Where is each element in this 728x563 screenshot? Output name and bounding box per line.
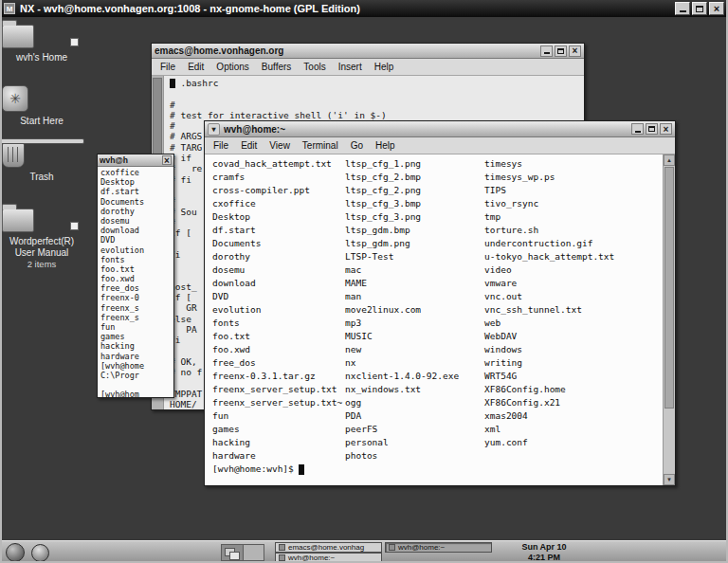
file-entry: writing (484, 356, 614, 370)
window-icon (279, 544, 285, 551)
mini-terminal-titlebar[interactable]: wvh@h × (98, 154, 173, 167)
terminal-close-button[interactable]: × (660, 123, 672, 135)
mini-terminal-text[interactable]: cxofficeDesktopdf.startDocumentsdorothyd… (98, 167, 173, 397)
listing-column-1: covad_hack_attempt.txtcramfscross-compil… (212, 157, 342, 463)
mini-terminal-line: fun (100, 322, 173, 332)
terminal-menu-item[interactable]: Help (375, 140, 395, 151)
file-entry: u-tokyo_hack_attempt.txt (484, 250, 614, 263)
workspace-2[interactable] (244, 545, 264, 560)
file-entry: WebDAV (484, 330, 614, 343)
emacs-menu-item[interactable]: Insert (338, 62, 362, 72)
nx-logo-icon: M (4, 3, 15, 14)
file-entry: nx (345, 356, 459, 370)
terminal-scrollbar[interactable]: ▲ ▼ (663, 154, 675, 485)
trash-icon (2, 142, 25, 168)
file-entry: Desktop (212, 210, 342, 224)
taskbar-button-terminal[interactable]: wvh@home:~ (385, 542, 492, 553)
emacs-close-button[interactable]: × (569, 45, 581, 57)
mini-terminal-line: free_dos (100, 283, 173, 293)
terminal-output[interactable]: covad_hack_attempt.txtcramfscross-compil… (205, 154, 663, 485)
emacs-menubar: FileEditOptionsBuffersToolsInsertHelp (152, 59, 584, 76)
workspace-switcher[interactable] (221, 544, 264, 561)
desktop-icon-label: Trash (2, 172, 82, 183)
nx-close-button[interactable]: × (709, 2, 724, 15)
mini-terminal-line: freenx_s (100, 313, 173, 322)
terminal-minimize-button[interactable] (631, 123, 644, 135)
file-entry: cross-compiler.ppt (212, 184, 342, 197)
nx-minimize-button[interactable] (675, 2, 690, 15)
emacs-menu-item[interactable]: Edit (188, 62, 204, 72)
emacs-menu-item[interactable]: Tools (303, 62, 325, 72)
lock-keys-icon[interactable] (6, 543, 25, 562)
mini-terminal-line: [wvh@hom (100, 390, 173, 397)
desktop-icon-start-here[interactable]: ✳ Start Here (2, 85, 82, 127)
emacs-maximize-button[interactable] (555, 45, 567, 57)
window-icon (389, 544, 395, 551)
maximize-icon (696, 6, 703, 12)
terminal-titlebar[interactable]: ▾ wvh@home:~ × (205, 121, 675, 137)
emacs-titlebar[interactable]: emacs@home.vonhagen.org × (152, 44, 584, 59)
scrollbar-thumb[interactable] (664, 167, 674, 409)
file-entry: XF86Config.home (484, 383, 614, 396)
terminal-menu-item[interactable]: Terminal (302, 140, 338, 151)
emacs-buffer-line (170, 88, 584, 99)
emacs-menu-item[interactable]: Buffers (262, 62, 292, 72)
scroll-up-icon[interactable]: ▲ (664, 154, 675, 166)
desktop-icon-wordperfect-manual[interactable]: Wordperfect(R) User Manual 2 items (2, 209, 82, 270)
terminal-title: wvh@home:~ (224, 124, 628, 135)
terminal-cursor (299, 464, 304, 475)
workspace-1[interactable] (222, 545, 244, 560)
emacs-buffer-line: # (170, 100, 584, 110)
file-entry: ltsp_cfg_1.png (345, 157, 459, 171)
taskbar-button-mini-terminal[interactable]: wvh@home:~ (275, 553, 382, 563)
mini-terminal-line: freenx_s (100, 303, 173, 313)
mini-terminal-line: games (100, 332, 173, 341)
terminal-menu-item[interactable]: Go (351, 140, 363, 151)
mini-terminal-line: C:\Progr (100, 371, 173, 380)
file-entry: PDA (345, 409, 459, 423)
mini-terminal-line: dorothy (100, 207, 173, 216)
taskbar-button-label: emacs@home.vonhag (288, 543, 364, 552)
emacs-cursor (170, 79, 175, 88)
window-menu-icon[interactable]: ▾ (208, 123, 220, 136)
nx-session-window: M NX - wvh@home.vonhagen.org:1008 - nx-g… (0, 0, 728, 563)
terminal-maximize-button[interactable] (646, 123, 658, 135)
emacs-menu-item[interactable]: Options (216, 62, 248, 72)
file-entry: evolution (212, 303, 342, 317)
emacs-minimize-button[interactable] (540, 45, 553, 57)
emacs-menu-item[interactable]: File (160, 62, 175, 72)
file-entry: MUSIC (345, 330, 459, 343)
mini-terminal-title: wvh@h (100, 155, 160, 165)
taskbar-button-emacs[interactable]: emacs@home.vonhag (275, 542, 382, 553)
terminal-menu-item[interactable]: Edit (241, 140, 257, 151)
mini-terminal-line: evolution (100, 245, 173, 255)
nx-maximize-button[interactable] (692, 2, 707, 15)
mouse-icon[interactable] (31, 544, 49, 562)
scroll-down-icon[interactable]: ▼ (664, 474, 675, 485)
emacs-menu-item[interactable]: Help (374, 62, 394, 72)
file-entry: ltsp_gdm.png (345, 237, 459, 250)
file-entry: yum.conf (484, 436, 614, 449)
mini-terminal-close-button[interactable]: × (162, 155, 172, 165)
file-entry: cxoffice (212, 197, 342, 210)
terminal-menu-item[interactable]: View (269, 140, 290, 151)
file-entry: nx_windows.txt (345, 383, 459, 396)
file-entry: timesys_wp.ps (484, 171, 614, 184)
desktop-icon-home[interactable]: wvh's Home (2, 25, 82, 64)
terminal-menu-item[interactable]: File (213, 140, 228, 151)
desktop-icon-label: wvh's Home (2, 52, 82, 64)
file-entry: personal (345, 436, 459, 449)
file-entry: freenx_server_setup.txt (212, 383, 342, 396)
clock-applet[interactable]: Sun Apr 10 4:21 PM (506, 542, 582, 563)
folder-icon (2, 209, 34, 232)
shell-prompt: [wvh@home:wvh]$ (212, 463, 294, 476)
file-entry: ltsp_cfg_3.bmp (345, 197, 459, 210)
desktop-icon-label: Wordperfect(R) User Manual (2, 236, 82, 259)
nx-titlebar[interactable]: M NX - wvh@home.vonhagen.org:1008 - nx-g… (0, 0, 728, 17)
file-entry: ltsp_cfg_3.png (345, 210, 459, 224)
file-entry: vnc_ssh_tunnel.txt (484, 303, 614, 317)
file-entry: freenx-0.3.1.tar.gz (212, 370, 342, 383)
mini-terminal-line: dosemu (100, 216, 173, 226)
file-entry: ltsp_cfg_2.bmp (345, 171, 459, 184)
desktop-icon-trash[interactable]: Trash (2, 142, 82, 183)
